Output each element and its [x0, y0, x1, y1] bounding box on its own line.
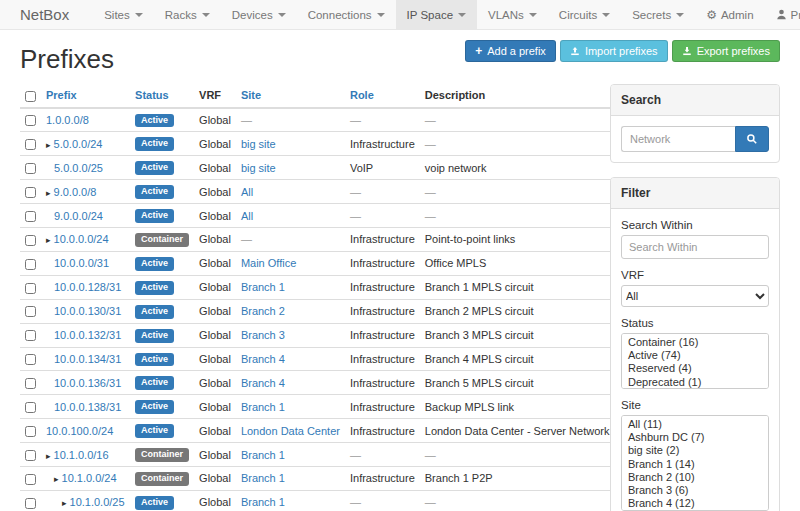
- row-checkbox[interactable]: [25, 354, 36, 365]
- vrf-cell: Global: [194, 228, 236, 252]
- nav-item-admin[interactable]: ⚙Admin: [695, 0, 764, 29]
- status-badge: Active: [135, 209, 174, 223]
- prefix-link[interactable]: 10.0.0.138/31: [54, 401, 121, 413]
- search-within-input[interactable]: [621, 235, 769, 259]
- site-filter-list[interactable]: All (11)Ashburn DC (7)big site (2)Branch…: [621, 415, 769, 511]
- prefix-link[interactable]: 10.0.0.128/31: [54, 281, 121, 293]
- nav-item-devices[interactable]: Devices: [221, 0, 297, 29]
- site-link[interactable]: Branch 1: [241, 472, 285, 484]
- prefix-cell: 5.0.0.0/25: [41, 156, 130, 180]
- prefix-link[interactable]: 10.1.0.0/25: [70, 496, 125, 508]
- prefix-link[interactable]: 9.0.0.0/24: [54, 210, 103, 222]
- nav-item-secrets[interactable]: Secrets: [621, 0, 695, 29]
- search-input[interactable]: [621, 126, 735, 152]
- row-checkbox[interactable]: [25, 211, 36, 222]
- site-link[interactable]: Branch 1: [241, 449, 285, 461]
- status-option[interactable]: Deprecated (1): [622, 376, 768, 389]
- prefix-link[interactable]: 10.0.0.0/31: [54, 257, 109, 269]
- prefix-link[interactable]: 10.0.0.0/24: [54, 233, 109, 245]
- column-header-status[interactable]: Status: [130, 84, 194, 108]
- prefix-link[interactable]: 10.1.0.0/24: [62, 472, 117, 484]
- add-prefix-button[interactable]: +Add a prefix: [465, 40, 556, 62]
- site-option[interactable]: Branch 3 (6): [622, 484, 768, 497]
- nav-item-vlans[interactable]: VLANs: [477, 0, 548, 29]
- prefix-link[interactable]: 5.0.0.0/25: [54, 162, 103, 174]
- status-cell: Container: [130, 443, 194, 467]
- prefix-link[interactable]: 10.0.100.0/24: [46, 425, 113, 437]
- vrf-label: VRF: [621, 269, 769, 281]
- prefix-link[interactable]: 10.0.0.136/31: [54, 377, 121, 389]
- status-badge: Container: [135, 448, 189, 462]
- site-link[interactable]: big site: [241, 138, 276, 150]
- site-option[interactable]: Branch 2 (10): [622, 471, 768, 484]
- row-checkbox[interactable]: [25, 498, 36, 509]
- prefix-link[interactable]: 10.0.0.134/31: [54, 353, 121, 365]
- row-checkbox[interactable]: [25, 426, 36, 437]
- row-checkbox[interactable]: [25, 163, 36, 174]
- column-header-prefix[interactable]: Prefix: [41, 84, 130, 108]
- site-link[interactable]: Branch 1: [241, 401, 285, 413]
- brand[interactable]: NetBox: [10, 0, 79, 29]
- row-checkbox[interactable]: [25, 378, 36, 389]
- select-all-checkbox[interactable]: [25, 91, 36, 102]
- export-prefixes-button[interactable]: Export prefixes: [672, 40, 780, 62]
- vrf-cell: Global: [194, 395, 236, 419]
- site-option[interactable]: Branch 1 (14): [622, 458, 768, 471]
- prefix-link[interactable]: 5.0.0.0/24: [54, 138, 103, 150]
- site-link[interactable]: Branch 3: [241, 329, 285, 341]
- nav-item-circuits[interactable]: Circuits: [548, 0, 621, 29]
- vrf-select[interactable]: All: [621, 285, 769, 307]
- status-label: Status: [621, 317, 769, 329]
- site-link[interactable]: All: [241, 210, 253, 222]
- user-icon: [776, 9, 787, 20]
- site-link[interactable]: London Data Center: [241, 425, 340, 437]
- site-link[interactable]: Branch 1: [241, 496, 285, 508]
- prefix-link[interactable]: 10.0.0.132/31: [54, 329, 121, 341]
- row-checkbox[interactable]: [25, 450, 36, 461]
- nav-item-profile[interactable]: Profile: [765, 0, 800, 29]
- prefix-link[interactable]: 1.0.0.0/8: [46, 114, 89, 126]
- nav-item-racks[interactable]: Racks: [154, 0, 221, 29]
- table-row: ▸10.1.0.0/24ContainerGlobalBranch 1Infra…: [20, 466, 614, 490]
- row-checkbox[interactable]: [25, 306, 36, 317]
- prefix-link[interactable]: 10.0.0.130/31: [54, 305, 121, 317]
- site-option[interactable]: Ashburn DC (7): [622, 431, 768, 444]
- row-checkbox[interactable]: [25, 283, 36, 294]
- column-header-role[interactable]: Role: [345, 84, 420, 108]
- row-checkbox[interactable]: [25, 235, 36, 246]
- site-cell: Branch 1: [236, 490, 345, 511]
- site-link[interactable]: Main Office: [241, 257, 296, 269]
- row-checkbox[interactable]: [25, 115, 36, 126]
- row-checkbox[interactable]: [25, 402, 36, 413]
- site-link[interactable]: Branch 1: [241, 281, 285, 293]
- row-select-cell: [20, 443, 41, 467]
- column-header-vrf: VRF: [194, 84, 236, 108]
- status-option[interactable]: Container (16): [622, 336, 768, 349]
- row-checkbox[interactable]: [25, 187, 36, 198]
- status-option[interactable]: Reserved (4): [622, 362, 768, 375]
- site-link[interactable]: Branch 4: [241, 353, 285, 365]
- status-filter-list[interactable]: Container (16)Active (74)Reserved (4)Dep…: [621, 333, 769, 389]
- nav-item-ip-space[interactable]: IP Space: [396, 0, 477, 29]
- site-link[interactable]: Branch 4: [241, 377, 285, 389]
- prefix-link[interactable]: 9.0.0.0/8: [54, 186, 97, 198]
- site-link[interactable]: All: [241, 186, 253, 198]
- column-header-site[interactable]: Site: [236, 84, 345, 108]
- site-link[interactable]: Branch 2: [241, 305, 285, 317]
- site-option[interactable]: big site (2): [622, 444, 768, 457]
- search-button[interactable]: [735, 126, 769, 152]
- row-checkbox[interactable]: [25, 139, 36, 150]
- nav-item-connections[interactable]: Connections: [297, 0, 396, 29]
- row-checkbox[interactable]: [25, 330, 36, 341]
- prefix-cell: 10.0.0.128/31: [41, 275, 130, 299]
- row-checkbox[interactable]: [25, 474, 36, 485]
- status-cell: Container: [130, 228, 194, 252]
- prefix-link[interactable]: 10.1.0.0/16: [54, 449, 109, 461]
- import-prefixes-button[interactable]: Import prefixes: [560, 40, 668, 62]
- status-option[interactable]: Active (74): [622, 349, 768, 362]
- nav-item-sites[interactable]: Sites: [93, 0, 154, 29]
- site-option[interactable]: All (11): [622, 418, 768, 431]
- row-checkbox[interactable]: [25, 259, 36, 270]
- site-link[interactable]: big site: [241, 162, 276, 174]
- site-option[interactable]: Branch 4 (12): [622, 497, 768, 510]
